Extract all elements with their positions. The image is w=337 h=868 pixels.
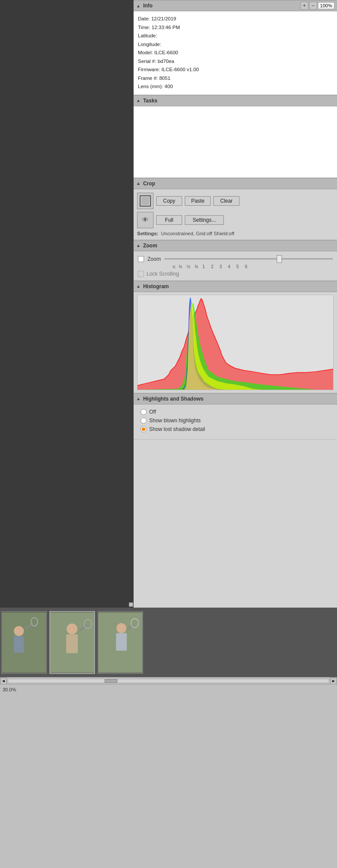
zoom-scale-6: 6 [245, 264, 248, 269]
zoom-content: Zoom x: ¼ ½ ¾ 1 2 3 4 5 6 [134, 251, 337, 281]
crop-settings-button[interactable]: Settings... [185, 215, 224, 225]
lock-scroll-label: Lock Scrolling [147, 271, 179, 277]
zoom-scale-half: ½ [186, 264, 190, 269]
filmstrip-thumb-1[interactable] [1, 611, 47, 674]
zoom-scale-1: 1 [203, 264, 205, 269]
hs-shadow-radio[interactable] [141, 426, 147, 432]
histogram-collapse-icon[interactable]: ▲ [136, 284, 141, 289]
thumb-2-image [50, 612, 94, 673]
tasks-section: ▲ Tasks [134, 95, 337, 178]
histogram-chart [137, 295, 334, 390]
svg-rect-14 [66, 634, 78, 653]
highlights-shadows-section: ▲ Highlights and Shadows Off Show blown … [134, 393, 337, 440]
crop-section: ▲ Crop Copy Paste Clear 👁 Full Settings.… [134, 178, 337, 240]
info-serial: Serial #: bd70ea [138, 57, 333, 66]
hs-shadow-row[interactable]: Show lost shadow detail [141, 426, 330, 432]
crop-tool-icon[interactable] [137, 193, 154, 209]
zoom-label: Zoom [147, 256, 161, 262]
histogram-svg [137, 295, 333, 390]
crop-header: ▲ Crop [134, 178, 337, 189]
svg-rect-7 [2, 612, 46, 672]
svg-point-18 [116, 623, 126, 633]
histogram-content [134, 292, 337, 393]
crop-settings-value: Unconstrained, Grid:off Shield:off [161, 231, 234, 236]
thumb-3-image [98, 612, 142, 673]
info-frame: Frame #: 8051 [138, 74, 333, 83]
hs-header: ▲ Highlights and Shadows [134, 393, 337, 404]
zoom-scale-quarter: ¼ [179, 264, 182, 269]
crop-row-1: Copy Paste Clear [137, 193, 334, 209]
crop-paste-button[interactable]: Paste [185, 196, 211, 206]
zoom-minus-button[interactable]: − [309, 2, 317, 10]
hs-blown-radio[interactable] [141, 418, 147, 424]
info-date: Date: 12/21/2019 [138, 15, 333, 23]
hs-shadow-label: Show lost shadow detail [149, 426, 205, 432]
hs-off-row[interactable]: Off [141, 409, 330, 415]
crop-collapse-icon[interactable]: ▲ [136, 181, 141, 186]
zoom-scale-three-quarter: ¾ [194, 264, 198, 269]
status-text: 30.0% [3, 687, 16, 692]
tasks-collapse-icon[interactable]: ▲ [136, 98, 141, 103]
thumb-1-image [2, 612, 46, 673]
scroll-thumb[interactable] [105, 679, 118, 683]
crop-settings-row: Settings: Unconstrained, Grid:off Shield… [137, 231, 334, 236]
crop-content: Copy Paste Clear 👁 Full Settings... Sett… [134, 189, 337, 240]
resize-handle[interactable] [129, 602, 133, 607]
status-bar: 30.0% [0, 684, 337, 694]
lock-scroll-checkbox[interactable] [138, 271, 144, 277]
eye-icon: 👁 [142, 216, 149, 224]
hs-blown-row[interactable]: Show blown highlights [141, 418, 330, 424]
zoom-section: ▲ Zoom Zoom x: ¼ ½ ¾ 1 2 3 4 [134, 240, 337, 281]
crop-title: Crop [143, 181, 155, 187]
info-collapse-icon[interactable]: ▲ [136, 3, 141, 8]
crop-settings-label: Settings: [137, 231, 158, 236]
hs-blown-label: Show blown highlights [149, 418, 201, 424]
lock-scroll-row: Lock Scrolling [138, 271, 333, 277]
zoom-scale-prefix: x: [173, 264, 176, 269]
filmstrip [0, 608, 337, 677]
svg-rect-19 [116, 633, 127, 650]
crop-preview-icon[interactable]: 👁 [137, 212, 154, 228]
info-zoom-controls: + − 100% [301, 2, 334, 10]
tasks-title: Tasks [143, 98, 157, 104]
info-firmware: Firmware: ILCE-6600 v1.00 [138, 66, 333, 74]
horizontal-scrollbar: ◄ ► [0, 677, 337, 684]
hs-off-radio[interactable] [141, 409, 147, 415]
svg-rect-9 [14, 636, 24, 652]
zoom-scale-4: 4 [228, 264, 231, 269]
scroll-right-arrow[interactable]: ► [330, 677, 337, 684]
filmstrip-thumb-3[interactable] [98, 611, 143, 674]
zoom-title: Zoom [143, 243, 157, 249]
info-longitude: Longitude: [138, 40, 333, 49]
crop-full-button[interactable]: Full [156, 215, 182, 225]
histogram-title: Histogram [143, 283, 169, 289]
zoom-control-row: Zoom [138, 255, 333, 263]
zoom-plus-button[interactable]: + [301, 2, 308, 10]
info-content: Date: 12/21/2019 Time: 12:33:46 PM Latit… [134, 11, 337, 95]
zoom-slider[interactable] [164, 255, 333, 263]
zoom-value-display: 100% [318, 2, 334, 9]
filmstrip-thumb-2[interactable] [49, 611, 95, 674]
info-model: Model: ILCE-6600 [138, 49, 333, 57]
info-time: Time: 12:33:46 PM [138, 23, 333, 32]
info-title: Info [143, 3, 301, 9]
crop-icon-inner [140, 195, 151, 207]
histogram-section: ▲ Histogram [134, 281, 337, 393]
svg-point-13 [67, 623, 78, 634]
zoom-scale-2: 2 [211, 264, 213, 269]
scroll-left-arrow[interactable]: ◄ [0, 677, 7, 684]
zoom-header: ▲ Zoom [134, 240, 337, 251]
zoom-checkbox[interactable] [138, 256, 144, 262]
hs-collapse-icon[interactable]: ▲ [136, 396, 141, 401]
zoom-collapse-icon[interactable]: ▲ [136, 243, 141, 248]
crop-row-2: 👁 Full Settings... [137, 212, 334, 228]
crop-clear-button[interactable]: Clear [213, 196, 239, 206]
info-latitude: Latitude: [138, 32, 333, 40]
scroll-track[interactable] [8, 679, 329, 683]
histogram-header: ▲ Histogram [134, 281, 337, 292]
hs-content: Off Show blown highlights Show lost shad… [134, 404, 337, 440]
image-viewer [0, 0, 134, 608]
zoom-slider-thumb[interactable] [277, 255, 282, 263]
zoom-scale: x: ¼ ½ ¾ 1 2 3 4 5 6 [138, 264, 333, 269]
crop-copy-button[interactable]: Copy [156, 196, 182, 206]
